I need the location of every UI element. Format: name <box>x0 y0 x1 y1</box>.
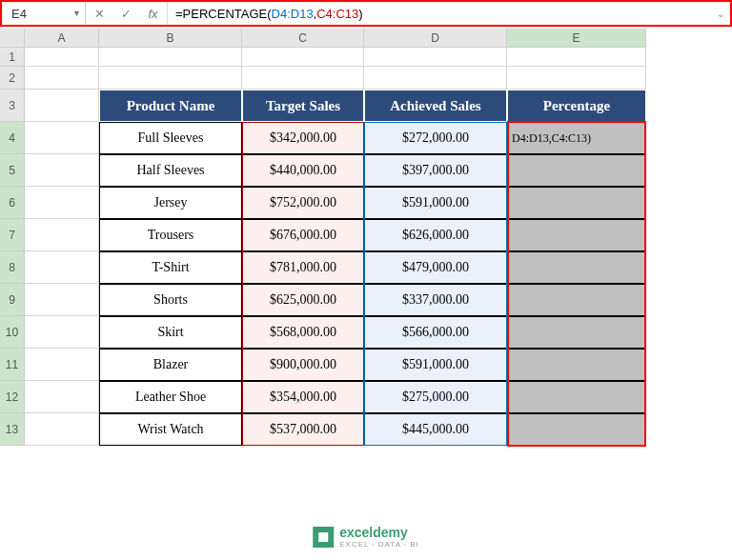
cell-E9[interactable] <box>507 284 646 316</box>
row-5: 5 Half Sleeves $440,000.00 $397,000.00 <box>0 154 646 187</box>
row-header-10[interactable]: 10 <box>0 316 25 349</box>
header-target[interactable]: Target Sales <box>242 90 364 122</box>
row-header-12[interactable]: 12 <box>0 381 25 413</box>
cell-C1[interactable] <box>242 48 364 67</box>
cell-B4[interactable]: Full Sleeves <box>99 122 242 154</box>
row-12: 12 Leather Shoe $354,000.00 $275,000.00 <box>0 381 646 413</box>
cell-A13[interactable] <box>25 413 99 446</box>
cell-B6[interactable]: Jersey <box>99 187 242 219</box>
cell-A3[interactable] <box>25 90 99 122</box>
cell-E2[interactable] <box>507 67 646 90</box>
cell-E8[interactable] <box>507 251 646 284</box>
row-header-2[interactable]: 2 <box>0 67 25 90</box>
cell-E4[interactable]: D4:D13,C4:C13) <box>507 122 646 154</box>
name-box-dropdown-icon[interactable]: ▼ <box>69 2 86 25</box>
cell-E1[interactable] <box>507 48 646 67</box>
row-header-3[interactable]: 3 <box>0 90 25 122</box>
col-header-A[interactable]: A <box>25 29 99 48</box>
cell-B8[interactable]: T-Shirt <box>99 251 242 284</box>
watermark: exceldemy EXCEL · DATA · BI <box>313 525 419 549</box>
cell-A6[interactable] <box>25 187 99 219</box>
cell-C8[interactable]: $781,000.00 <box>242 251 364 284</box>
cell-C4[interactable]: $342,000.00 <box>242 122 364 154</box>
header-percentage[interactable]: Percentage <box>507 90 646 122</box>
cell-C13[interactable]: $537,000.00 <box>242 413 364 446</box>
cell-E12[interactable] <box>507 381 646 413</box>
cell-D9[interactable]: $337,000.00 <box>364 284 507 316</box>
cell-C5[interactable]: $440,000.00 <box>242 154 364 187</box>
cell-A8[interactable] <box>25 251 99 284</box>
header-achieved[interactable]: Achieved Sales <box>364 90 507 122</box>
cell-D6[interactable]: $591,000.00 <box>364 187 507 219</box>
cell-A5[interactable] <box>25 154 99 187</box>
cell-B7[interactable]: Trousers <box>99 219 242 251</box>
row-header-4[interactable]: 4 <box>0 122 25 154</box>
select-all-corner[interactable] <box>0 29 25 48</box>
cell-A4[interactable] <box>25 122 99 154</box>
cell-C9[interactable]: $625,000.00 <box>242 284 364 316</box>
cell-C12[interactable]: $354,000.00 <box>242 381 364 413</box>
row-header-13[interactable]: 13 <box>0 413 25 446</box>
col-header-C[interactable]: C <box>242 29 364 48</box>
cell-B12[interactable]: Leather Shoe <box>99 381 242 413</box>
row-header-11[interactable]: 11 <box>0 349 25 381</box>
formula-bar-row: E4 ▼ ✕ ✓ fx =PERCENTAGE(D4:D13,C4:C13) ⌄ <box>0 0 732 27</box>
cell-D4[interactable]: $272,000.00 <box>364 122 507 154</box>
cell-C11[interactable]: $900,000.00 <box>242 349 364 381</box>
cell-A12[interactable] <box>25 381 99 413</box>
cell-C2[interactable] <box>242 67 364 90</box>
cell-D12[interactable]: $275,000.00 <box>364 381 507 413</box>
row-3: 3 Product Name Target Sales Achieved Sal… <box>0 90 646 122</box>
header-product[interactable]: Product Name <box>99 90 242 122</box>
cancel-icon[interactable]: ✕ <box>86 2 112 25</box>
row-7: 7 Trousers $676,000.00 $626,000.00 <box>0 219 646 251</box>
row-13: 13 Wrist Watch $537,000.00 $445,000.00 <box>0 413 646 446</box>
cell-B2[interactable] <box>99 67 242 90</box>
cell-C7[interactable]: $676,000.00 <box>242 219 364 251</box>
cell-B5[interactable]: Half Sleeves <box>99 154 242 187</box>
cell-B11[interactable]: Blazer <box>99 349 242 381</box>
cell-D11[interactable]: $591,000.00 <box>364 349 507 381</box>
row-11: 11 Blazer $900,000.00 $591,000.00 <box>0 349 646 381</box>
cell-A1[interactable] <box>25 48 99 67</box>
cell-B13[interactable]: Wrist Watch <box>99 413 242 446</box>
fx-icon[interactable]: fx <box>139 2 168 25</box>
cell-C6[interactable]: $752,000.00 <box>242 187 364 219</box>
row-header-8[interactable]: 8 <box>0 251 25 284</box>
cell-E6[interactable] <box>507 187 646 219</box>
formula-bar-expand-icon[interactable]: ⌄ <box>711 9 730 19</box>
row-header-1[interactable]: 1 <box>0 48 25 67</box>
row-header-7[interactable]: 7 <box>0 219 25 251</box>
cell-B1[interactable] <box>99 48 242 67</box>
col-header-E[interactable]: E <box>507 29 646 48</box>
cell-E5[interactable] <box>507 154 646 187</box>
name-box[interactable]: E4 <box>2 2 69 25</box>
row-header-5[interactable]: 5 <box>0 154 25 187</box>
cell-A2[interactable] <box>25 67 99 90</box>
formula-input[interactable]: =PERCENTAGE(D4:D13,C4:C13) <box>168 2 711 25</box>
cell-E11[interactable] <box>507 349 646 381</box>
cell-D1[interactable] <box>364 48 507 67</box>
cell-B10[interactable]: Skirt <box>99 316 242 349</box>
cell-A11[interactable] <box>25 349 99 381</box>
cell-A9[interactable] <box>25 284 99 316</box>
cell-D13[interactable]: $445,000.00 <box>364 413 507 446</box>
cell-D2[interactable] <box>364 67 507 90</box>
cell-A10[interactable] <box>25 316 99 349</box>
cell-E10[interactable] <box>507 316 646 349</box>
cell-D5[interactable]: $397,000.00 <box>364 154 507 187</box>
cell-D10[interactable]: $566,000.00 <box>364 316 507 349</box>
cell-A7[interactable] <box>25 219 99 251</box>
col-header-D[interactable]: D <box>364 29 507 48</box>
col-header-B[interactable]: B <box>99 29 242 48</box>
cell-E7[interactable] <box>507 219 646 251</box>
cell-C10[interactable]: $568,000.00 <box>242 316 364 349</box>
cell-D8[interactable]: $479,000.00 <box>364 251 507 284</box>
cell-E13[interactable] <box>507 413 646 446</box>
cell-B9[interactable]: Shorts <box>99 284 242 316</box>
enter-icon[interactable]: ✓ <box>112 2 139 25</box>
row-header-6[interactable]: 6 <box>0 187 25 219</box>
row-10: 10 Skirt $568,000.00 $566,000.00 <box>0 316 646 349</box>
cell-D7[interactable]: $626,000.00 <box>364 219 507 251</box>
row-header-9[interactable]: 9 <box>0 284 25 316</box>
